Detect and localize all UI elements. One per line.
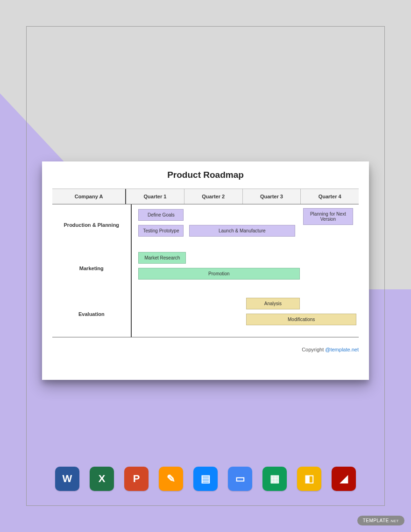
roadmap-row: Production & PlanningDefine GoalsPlannin… xyxy=(52,204,359,245)
task-bar: Testing Prototype xyxy=(138,225,184,237)
copyright-text: Copyright xyxy=(302,347,325,352)
header-company: Company A xyxy=(52,189,126,204)
copyright: Copyright @template.net xyxy=(52,347,359,352)
pdf-icon[interactable]: ◢ xyxy=(332,467,356,491)
table-header: Company A Quarter 1 Quarter 2 Quarter 3 … xyxy=(52,189,359,204)
format-icons-row: WXP✎▤▭▦◧◢ xyxy=(0,467,411,491)
task-bar: Modifications xyxy=(246,314,356,325)
watermark-brand: TEMPLATE xyxy=(363,518,389,523)
keynote-icon[interactable]: ▤ xyxy=(193,467,218,491)
document-page: Product Roadmap Company A Quarter 1 Quar… xyxy=(42,161,369,380)
header-q3: Quarter 3 xyxy=(242,189,301,204)
watermark-badge: TEMPLATE.NET xyxy=(357,516,404,525)
header-q4: Quarter 4 xyxy=(300,189,359,204)
task-bar: Define Goals xyxy=(138,209,184,221)
pages-icon[interactable]: ✎ xyxy=(159,467,183,491)
row-label: Marketing xyxy=(52,245,132,291)
task-bar: Promotion xyxy=(138,268,299,280)
page-title: Product Roadmap xyxy=(52,170,359,180)
task-bar: Market Research xyxy=(138,252,186,264)
row-lanes: AnalysisModifications xyxy=(132,291,359,337)
powerpoint-icon[interactable]: P xyxy=(124,467,149,491)
excel-icon-glyph: X xyxy=(90,467,114,491)
excel-icon[interactable]: X xyxy=(90,467,114,491)
row-lanes: Market ResearchPromotion xyxy=(132,245,359,291)
pdf-icon-glyph: ◢ xyxy=(332,467,356,491)
header-q1: Quarter 1 xyxy=(126,189,184,204)
task-bar: Launch & Manufacture xyxy=(189,225,295,237)
roadmap-row: EvaluationAnalysisModifications xyxy=(52,291,359,337)
roadmap-row: MarketingMarket ResearchPromotion xyxy=(52,245,359,291)
google-slides-icon-glyph: ◧ xyxy=(297,467,321,491)
google-sheets-icon[interactable]: ▦ xyxy=(262,467,287,491)
google-sheets-icon-glyph: ▦ xyxy=(262,467,287,491)
keynote-icon-glyph: ▤ xyxy=(193,467,218,491)
powerpoint-icon-glyph: P xyxy=(124,467,149,491)
roadmap-table: Company A Quarter 1 Quarter 2 Quarter 3 … xyxy=(52,189,359,337)
row-label: Evaluation xyxy=(52,291,132,337)
google-docs-icon[interactable]: ▭ xyxy=(228,467,252,491)
copyright-link[interactable]: @template.net xyxy=(325,347,359,352)
header-q2: Quarter 2 xyxy=(184,189,242,204)
google-slides-icon[interactable]: ◧ xyxy=(297,467,321,491)
google-docs-icon-glyph: ▭ xyxy=(228,467,252,491)
task-bar: Planning for Next Version xyxy=(303,208,353,225)
task-bar: Analysis xyxy=(246,298,299,309)
pages-icon-glyph: ✎ xyxy=(159,467,183,491)
word-icon-glyph: W xyxy=(55,467,79,491)
word-icon[interactable]: W xyxy=(55,467,79,491)
row-label: Production & Planning xyxy=(52,204,132,245)
watermark-tld: .NET xyxy=(390,519,399,523)
row-lanes: Define GoalsPlanning for Next VersionTes… xyxy=(132,204,359,245)
